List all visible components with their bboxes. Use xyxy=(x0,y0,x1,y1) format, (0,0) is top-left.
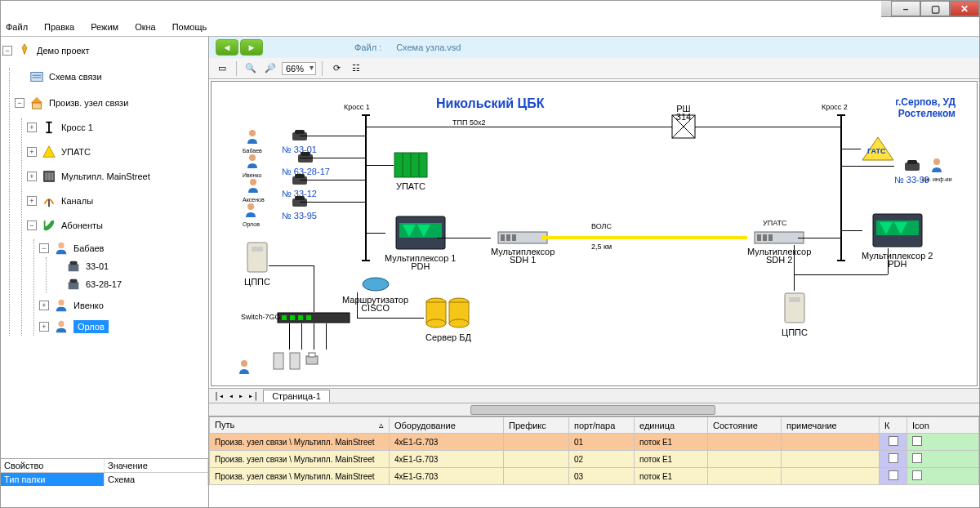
menu-mode[interactable]: Режим xyxy=(91,22,118,32)
tree-schema[interactable]: Схема связи xyxy=(49,72,102,82)
menu-help[interactable]: Помощь xyxy=(172,22,207,32)
menu-edit[interactable]: Правка xyxy=(44,22,74,32)
printer-icon xyxy=(305,351,319,368)
svg-point-35 xyxy=(249,154,256,161)
pointer-tool-icon[interactable]: ▭ xyxy=(214,60,230,77)
col-port[interactable]: порт/пара xyxy=(569,417,635,434)
checkbox[interactable] xyxy=(912,470,922,480)
cpps-left: ЦППС xyxy=(244,240,270,286)
phone-b: № 63-28-17 xyxy=(282,151,330,176)
table-row[interactable]: Произв. узел связи \ Мультипл. MainStree… xyxy=(210,468,979,485)
tree-channels[interactable]: Каналы xyxy=(61,196,93,206)
tree-upats[interactable]: УПАТС xyxy=(61,147,91,157)
svg-rect-33 xyxy=(295,196,305,200)
table-row[interactable]: Произв. узел связи \ Мультипл. MainStree… xyxy=(210,434,979,451)
menu-window[interactable]: Окна xyxy=(135,22,156,32)
cpps-right: ЦППС xyxy=(782,291,808,336)
expand-icon[interactable]: + xyxy=(39,322,49,332)
zoom-combo[interactable]: 66% xyxy=(282,62,316,75)
file-label: Файл : xyxy=(354,42,381,52)
expand-icon[interactable]: + xyxy=(27,147,37,157)
page-prev[interactable]: ◂ xyxy=(229,391,234,400)
nav-back-button[interactable]: ◄ xyxy=(216,39,238,56)
svg-rect-17 xyxy=(70,261,78,265)
phone-c: № 33-12 xyxy=(282,173,317,198)
tree-ext-a[interactable]: 33-01 xyxy=(86,261,109,271)
svg-point-79 xyxy=(933,158,940,165)
checkbox[interactable] xyxy=(889,470,898,480)
h-scrollbar[interactable] xyxy=(209,403,979,416)
nav-fwd-button[interactable]: ► xyxy=(240,39,263,56)
deskphone-icon xyxy=(65,257,82,275)
print-icon[interactable]: ☷ xyxy=(348,60,364,77)
tree-node-uzel[interactable]: Произв. узел связи xyxy=(49,98,128,108)
minimize-button[interactable]: – xyxy=(891,1,920,16)
col-icon[interactable]: Icon xyxy=(907,417,979,434)
expand-icon[interactable]: − xyxy=(27,221,37,230)
svg-rect-12 xyxy=(48,173,51,180)
svg-rect-1 xyxy=(31,73,42,82)
checkbox[interactable] xyxy=(912,453,922,463)
tree-person-b[interactable]: Ивенко xyxy=(74,301,104,310)
svg-rect-56 xyxy=(290,353,300,369)
page-first[interactable]: |◂ xyxy=(214,391,224,400)
data-grid[interactable]: Путь ▵ Оборудование Префикс порт/пара ед… xyxy=(209,416,979,507)
scrollbar-thumb[interactable] xyxy=(470,405,715,415)
tree-cross1[interactable]: Кросс 1 xyxy=(61,123,93,132)
spacer xyxy=(15,72,24,82)
expand-icon[interactable]: − xyxy=(15,98,24,108)
channels-icon xyxy=(40,192,58,210)
col-eq[interactable]: Оборудование xyxy=(390,417,504,434)
expand-icon[interactable]: − xyxy=(2,46,12,56)
col-note[interactable]: примечание xyxy=(782,417,880,434)
tree-person-a[interactable]: Бабаев xyxy=(74,243,104,253)
col-k[interactable]: К xyxy=(880,417,907,434)
col-unit[interactable]: единица xyxy=(635,417,708,434)
tree-abonents[interactable]: Абоненты xyxy=(61,221,103,230)
page-last[interactable]: ▸| xyxy=(248,391,258,400)
props-row-key[interactable]: Тип папки xyxy=(1,473,105,486)
zoom-in-icon[interactable]: 🔍 xyxy=(243,60,259,77)
page-next[interactable]: ▸ xyxy=(238,391,243,400)
page-tab-1[interactable]: Страница-1 xyxy=(263,390,330,402)
diagram-subtitle: г.Серпов, УД Ростелеком xyxy=(895,96,956,119)
deskphone-icon xyxy=(65,275,82,293)
svg-marker-9 xyxy=(43,146,55,158)
refresh-icon[interactable]: ⟳ xyxy=(328,60,345,77)
svg-rect-27 xyxy=(295,130,305,134)
props-row-val[interactable]: Схема xyxy=(105,473,208,486)
expand-icon[interactable]: + xyxy=(27,196,37,206)
tree-root[interactable]: Демо проект xyxy=(37,46,90,56)
table-row[interactable]: Произв. узел связи \ Мультипл. MainStree… xyxy=(210,451,979,468)
svg-point-34 xyxy=(249,130,256,136)
checkbox[interactable] xyxy=(889,453,898,463)
col-path[interactable]: Путь ▵ xyxy=(210,417,390,434)
checkbox[interactable] xyxy=(912,436,922,446)
checkbox[interactable] xyxy=(889,436,898,446)
menu-file[interactable]: Файл xyxy=(6,22,28,32)
schema-icon xyxy=(28,68,46,86)
expand-icon[interactable]: + xyxy=(27,123,37,132)
svg-point-36 xyxy=(250,179,256,185)
expand-icon[interactable]: − xyxy=(39,243,49,253)
col-prefix[interactable]: Префикс xyxy=(504,417,569,434)
expand-icon[interactable]: + xyxy=(39,301,49,310)
svg-rect-81 xyxy=(789,297,800,302)
maximize-button[interactable]: ▢ xyxy=(920,1,950,16)
diagram-canvas[interactable]: Никольский ЦБК г.Серпов, УД Ростелеком К… xyxy=(211,81,978,386)
mux1: Мультиплексор 1 PDH xyxy=(385,215,456,270)
person-a-icon: Бабаев xyxy=(243,129,262,155)
svg-marker-4 xyxy=(31,97,42,103)
tree-person-c-selected[interactable]: Орлов xyxy=(74,320,109,333)
col-state[interactable]: Состояние xyxy=(708,417,782,434)
zoom-out-icon[interactable]: 🔎 xyxy=(262,60,278,77)
close-button[interactable]: ✕ xyxy=(950,1,979,16)
tree-mux[interactable]: Мультипл. MainStreet xyxy=(61,172,150,181)
svg-rect-58 xyxy=(309,353,315,357)
props-header-val: Значение xyxy=(105,459,208,472)
rsh-label: РШ 314 xyxy=(671,105,696,121)
person-icon xyxy=(52,318,70,336)
expand-icon[interactable]: + xyxy=(27,172,37,181)
project-tree[interactable]: − Демо проект Схема связи − Произв. узел… xyxy=(1,37,208,458)
tree-ext-b[interactable]: 63-28-17 xyxy=(86,279,122,289)
